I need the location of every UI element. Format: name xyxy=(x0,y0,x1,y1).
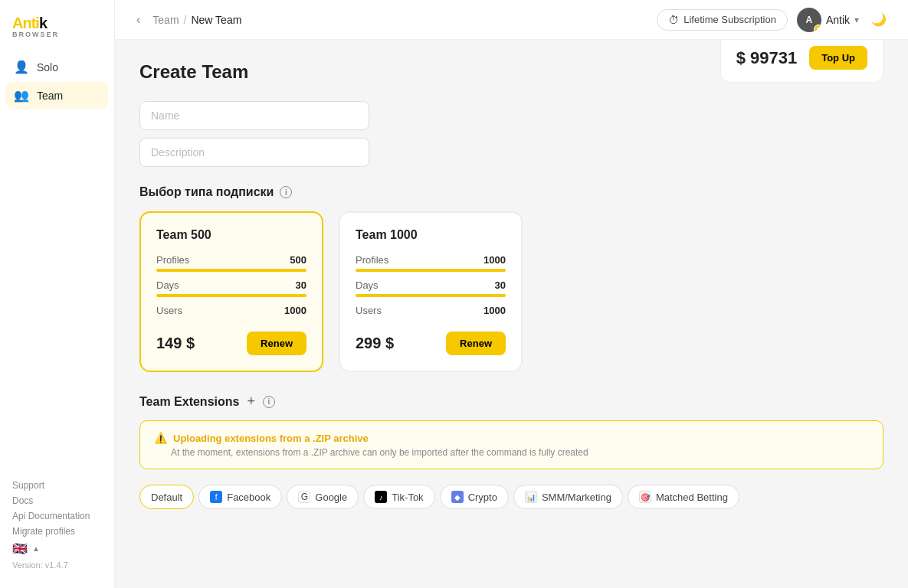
smm-icon: 📊 xyxy=(525,491,537,503)
profiles-bar-1000 xyxy=(356,269,506,272)
balance-row: $ 99731 Top Up xyxy=(736,46,867,70)
team-icon: 👥 xyxy=(14,88,29,103)
topbar: ‹ Team / New Team ⏱ Lifetime Subscriptio… xyxy=(115,0,908,40)
crypto-icon: ◆ xyxy=(451,491,464,503)
sidebar-item-solo-label: Solo xyxy=(37,61,58,74)
profiles-value-500: 500 xyxy=(290,254,306,266)
solo-icon: 👤 xyxy=(14,60,29,74)
plan-users-500: Users 1000 xyxy=(156,305,306,316)
logo-area: Antik Browser xyxy=(0,9,114,54)
logo: Antik xyxy=(12,15,102,31)
chevron-up-icon: ▲ xyxy=(32,544,40,553)
banner-title: ⚠️ Uploading extensions from a .ZIP arch… xyxy=(154,432,869,444)
extensions-banner: ⚠️ Uploading extensions from a .ZIP arch… xyxy=(139,420,883,469)
description-input[interactable] xyxy=(139,138,369,167)
facebook-tab-label: Facebook xyxy=(227,492,270,503)
ext-tab-facebook[interactable]: f Facebook xyxy=(198,485,282,509)
tiktok-icon: ♪ xyxy=(375,491,387,503)
name-input[interactable] xyxy=(139,101,369,130)
matched-tab-label: Matched Betting xyxy=(656,492,728,503)
theme-toggle-button[interactable]: 🌙 xyxy=(868,9,890,30)
plan-users-1000: Users 1000 xyxy=(356,305,506,316)
balance-amount: $ 99731 xyxy=(736,48,798,68)
profiles-bar-500 xyxy=(156,269,306,272)
plan-stat-days-500: Days 30 xyxy=(156,279,306,297)
docs-link[interactable]: Docs xyxy=(12,495,102,506)
plan-name-team500: Team 500 xyxy=(156,228,306,242)
add-extension-button[interactable]: + xyxy=(245,394,257,410)
lang-flag: 🇬🇧 xyxy=(12,541,28,556)
plan-price-500: 149 $ xyxy=(156,335,195,352)
plans-row: Team 500 Profiles 500 Days 30 xyxy=(139,211,883,372)
matched-icon: 🎯 xyxy=(639,491,651,503)
profiles-label-1000: Profiles xyxy=(356,254,388,266)
google-icon: G xyxy=(298,491,310,503)
days-bar-1000 xyxy=(356,294,506,297)
user-area[interactable]: A ★ Antik ▾ xyxy=(797,8,859,32)
migrate-link[interactable]: Migrate profiles xyxy=(12,526,102,537)
sidebar: Antik Browser 👤 Solo 👥 Team Support Docs… xyxy=(0,0,115,588)
sidebar-item-solo[interactable]: 👤 Solo xyxy=(6,54,108,80)
form-section xyxy=(139,101,883,167)
chevron-down-icon: ▾ xyxy=(854,15,859,25)
banner-text: At the moment, extensions from a .ZIP ar… xyxy=(154,447,869,458)
subscription-title-text: Выбор типа подписки xyxy=(139,185,274,199)
lang-row[interactable]: 🇬🇧 ▲ xyxy=(12,541,102,556)
subscription-section: Выбор типа подписки i Team 500 Profiles … xyxy=(139,185,883,372)
sidebar-nav: 👤 Solo 👥 Team xyxy=(0,54,114,109)
crypto-tab-label: Crypto xyxy=(468,492,497,503)
clock-icon: ⏱ xyxy=(668,14,679,26)
days-bar-500 xyxy=(156,294,306,297)
ext-tab-crypto[interactable]: ◆ Crypto xyxy=(440,485,509,509)
default-tab-label: Default xyxy=(151,492,182,503)
extensions-title: Team Extensions + i xyxy=(139,394,883,410)
balance-card: Your Balance $ 99731 Top Up xyxy=(720,40,883,83)
ext-tab-google[interactable]: G Google xyxy=(287,485,359,509)
days-value-500: 30 xyxy=(296,279,306,291)
days-label-1000: Days xyxy=(356,279,379,291)
back-button[interactable]: ‹ xyxy=(133,10,143,30)
ext-tab-default[interactable]: Default xyxy=(139,485,194,509)
days-value-1000: 30 xyxy=(495,279,506,291)
banner-title-text: Uploading extensions from a .ZIP archive xyxy=(173,433,369,444)
ext-tab-matched[interactable]: 🎯 Matched Betting xyxy=(628,485,739,509)
api-docs-link[interactable]: Api Documentation xyxy=(12,511,102,521)
renew-button-500[interactable]: Renew xyxy=(247,332,306,355)
sidebar-item-team[interactable]: 👥 Team xyxy=(6,82,108,109)
breadcrumb-parent[interactable]: Team xyxy=(152,14,179,26)
plan-stat-profiles-500: Profiles 500 xyxy=(156,254,306,272)
tiktok-tab-label: Tik-Tok xyxy=(392,492,423,503)
topup-button[interactable]: Top Up xyxy=(809,46,867,70)
breadcrumb: Team / New Team xyxy=(152,14,241,26)
subscription-info-icon[interactable]: i xyxy=(280,186,292,198)
avatar-initials: A xyxy=(806,15,813,25)
support-link[interactable]: Support xyxy=(12,480,102,491)
users-label-1000: Users xyxy=(356,305,382,316)
subscription-title: Выбор типа подписки i xyxy=(139,185,883,199)
main-area: ‹ Team / New Team ⏱ Lifetime Subscriptio… xyxy=(115,0,908,588)
sidebar-item-team-label: Team xyxy=(37,90,63,102)
profiles-value-1000: 1000 xyxy=(484,254,506,266)
days-label-500: Days xyxy=(156,279,179,291)
extensions-section: Team Extensions + i ⚠️ Uploading extensi… xyxy=(139,394,883,509)
main-content: Your Balance $ 99731 Top Up Create Team … xyxy=(115,40,908,588)
plan-price-1000: 299 $ xyxy=(356,335,394,352)
warning-icon: ⚠️ xyxy=(154,432,167,444)
plan-stat-days-1000: Days 30 xyxy=(356,279,506,297)
plan-card-team1000[interactable]: Team 1000 Profiles 1000 Days 30 xyxy=(339,211,523,372)
extensions-title-text: Team Extensions xyxy=(139,395,239,409)
plan-stat-profiles-1000: Profiles 1000 xyxy=(356,254,506,272)
renew-button-1000[interactable]: Renew xyxy=(446,332,506,355)
lifetime-label: Lifetime Subscription xyxy=(683,14,776,25)
plan-name-team1000: Team 1000 xyxy=(356,228,506,242)
user-name: Antik xyxy=(826,14,850,26)
plan-footer-500: 149 $ Renew xyxy=(156,332,306,355)
plan-card-team500[interactable]: Team 500 Profiles 500 Days 30 xyxy=(139,211,323,372)
ext-tab-smm[interactable]: 📊 SMM/Marketing xyxy=(513,485,623,509)
facebook-icon: f xyxy=(210,491,222,503)
breadcrumb-current: New Team xyxy=(191,14,241,26)
ext-tab-tiktok[interactable]: ♪ Tik-Tok xyxy=(363,485,434,509)
extensions-info-icon[interactable]: i xyxy=(263,396,275,408)
logo-sub: Browser xyxy=(12,31,102,38)
users-value-500: 1000 xyxy=(284,305,306,316)
